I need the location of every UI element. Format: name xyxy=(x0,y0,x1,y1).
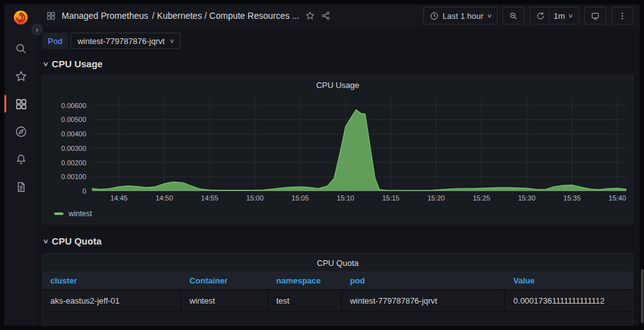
kiosk-mode-button[interactable] xyxy=(584,7,606,25)
divider xyxy=(549,11,550,21)
y-axis-tick-label: 0.00300 xyxy=(61,145,86,152)
legend-swatch xyxy=(54,212,64,215)
table-header-row: clusterContainernamespacepodValue xyxy=(43,272,633,289)
x-axis-tick-label: 15:30 xyxy=(518,194,536,202)
sidebar-item-docs[interactable] xyxy=(4,173,37,201)
grafana-app: › xyxy=(4,4,640,326)
sidebar-item-explore[interactable] xyxy=(4,118,37,145)
chevron-down-icon: ∨ xyxy=(169,38,175,44)
table-row: aks-eastus2-jeff-01wintesttestwintest-77… xyxy=(43,289,633,312)
share-icon[interactable] xyxy=(321,11,331,21)
grafana-logo[interactable] xyxy=(13,9,29,26)
x-axis-tick-label: 14:45 xyxy=(110,194,128,202)
chevron-down-icon: ∨ xyxy=(568,13,574,19)
pod-variable-dropdown[interactable]: wintest-779787876-jqrvt ∨ xyxy=(70,33,180,49)
y-axis-tick-label: 0.00100 xyxy=(61,173,86,180)
star-icon[interactable] xyxy=(305,11,315,21)
cpu-usage-panel: CPU Usage 00.001000.002000.003000.004000… xyxy=(42,75,633,224)
x-axis-tick-label: 15:20 xyxy=(428,194,445,202)
table-column-header-cluster[interactable]: cluster xyxy=(43,272,182,289)
chart-area: 00.001000.002000.003000.004000.005000.00… xyxy=(49,97,626,191)
plot-region[interactable] xyxy=(92,97,626,191)
zoom-out-button[interactable] xyxy=(502,7,525,25)
sidebar-item-starred[interactable] xyxy=(4,62,37,90)
time-range-label: Last 1 hour xyxy=(443,11,484,21)
time-range-picker[interactable]: Last 1 hour ∨ xyxy=(423,7,498,25)
table-column-header-namespace[interactable]: namespace xyxy=(269,272,342,289)
pod-variable-label: Pod xyxy=(42,33,68,49)
sidebar: › xyxy=(4,4,37,326)
table-column-header-pod[interactable]: pod xyxy=(342,272,506,289)
legend-item-wintest[interactable]: wintest xyxy=(54,207,626,220)
y-axis-tick-label: 0.00500 xyxy=(61,116,86,123)
panel-title[interactable]: CPU Quota xyxy=(43,254,633,272)
scrollbar-thumb[interactable] xyxy=(641,269,643,323)
x-axis-tick-label: 15:00 xyxy=(247,194,264,202)
section-title: CPU Quota xyxy=(52,236,101,246)
chevron-down-icon: ∨ xyxy=(42,238,49,245)
sidebar-item-alerting[interactable] xyxy=(4,145,37,173)
variable-filter-row: Pod wintest-779787876-jqrvt ∨ xyxy=(42,32,633,50)
x-axis-tick-label: 15:10 xyxy=(337,194,355,202)
x-axis-tick-label: 15:05 xyxy=(292,194,309,202)
x-axis: 14:4514:5014:5515:0015:0515:1015:1515:20… xyxy=(92,191,626,204)
dashboard-grid-icon xyxy=(46,11,56,21)
x-axis-tick-label: 14:50 xyxy=(155,194,173,202)
chevron-down-icon: ∨ xyxy=(486,13,492,19)
y-axis-tick-label: 0.00600 xyxy=(61,102,86,109)
section-title: CPU Usage xyxy=(52,58,103,69)
table-cell: wintest-779787876-jqrvt xyxy=(342,290,506,311)
refresh-icon xyxy=(536,11,545,21)
legend-label: wintest xyxy=(69,209,92,218)
x-axis-tick-label: 15:35 xyxy=(564,194,581,202)
refresh-picker[interactable]: 1m ∨ xyxy=(530,7,579,25)
kebab-menu-icon xyxy=(618,11,627,21)
y-axis-tick-label: 0.00400 xyxy=(61,130,86,138)
refresh-interval-label: 1m xyxy=(553,11,565,21)
breadcrumb[interactable]: Managed Prometheus/ Kubernetes / Compute… xyxy=(62,11,299,21)
star-icon xyxy=(14,70,28,83)
main-area: Managed Prometheus/ Kubernetes / Compute… xyxy=(37,4,640,326)
x-axis-tick-label: 15:25 xyxy=(473,194,491,202)
table-cell: wintest xyxy=(182,290,269,311)
section-header-cpu-quota[interactable]: ∨ CPU Quota xyxy=(42,233,633,248)
sidebar-item-search[interactable] xyxy=(4,35,37,62)
breadcrumb-path: / Kubernetes / Compute Resources ... xyxy=(152,11,299,21)
cpu-quota-panel: CPU Quota clusterContainernamespacepodVa… xyxy=(42,253,633,326)
panel-title[interactable]: CPU Usage xyxy=(49,80,626,93)
cpu-usage-chart[interactable] xyxy=(92,97,626,191)
table-cell: 0.00017361111111111112 xyxy=(506,290,633,311)
x-axis-tick-label: 14:55 xyxy=(201,194,219,202)
bell-icon xyxy=(14,153,28,166)
search-icon xyxy=(14,42,28,55)
expand-sidebar-button[interactable]: › xyxy=(31,24,43,35)
dashboards-grid-icon xyxy=(14,97,28,111)
x-axis-tick-label: 15:15 xyxy=(382,194,400,202)
compass-icon xyxy=(14,125,28,138)
table-cell: test xyxy=(269,290,342,311)
top-navbar: Managed Prometheus/ Kubernetes / Compute… xyxy=(37,4,640,27)
pod-variable-value: wintest-779787876-jqrvt xyxy=(77,36,165,46)
chevron-down-icon: ∨ xyxy=(42,60,49,67)
zoom-out-icon xyxy=(509,11,518,21)
table-cell: aks-eastus2-jeff-01 xyxy=(43,290,182,311)
monitor-icon xyxy=(591,11,600,21)
sidebar-item-dashboards[interactable] xyxy=(4,90,37,118)
y-axis: 00.001000.002000.003000.004000.005000.00… xyxy=(49,97,92,191)
section-header-cpu-usage[interactable]: ∨ CPU Usage xyxy=(42,56,633,71)
y-axis-tick-label: 0 xyxy=(82,187,86,195)
table-column-header-value[interactable]: Value xyxy=(506,272,633,289)
x-axis-tick-label: 15:40 xyxy=(609,194,626,202)
breadcrumb-root[interactable]: Managed Prometheus xyxy=(62,11,148,21)
y-axis-tick-label: 0.00200 xyxy=(61,159,86,167)
clock-icon xyxy=(430,11,439,21)
browser-frame: › xyxy=(0,0,644,330)
more-options-button[interactable] xyxy=(611,7,633,25)
dashboard-content: Pod wintest-779787876-jqrvt ∨ ∨ CPU Usag… xyxy=(37,27,640,326)
table-empty-area xyxy=(43,312,633,325)
document-icon xyxy=(14,180,28,194)
table-body: aks-eastus2-jeff-01wintesttestwintest-77… xyxy=(43,289,633,312)
table-column-header-container[interactable]: Container xyxy=(182,272,269,289)
